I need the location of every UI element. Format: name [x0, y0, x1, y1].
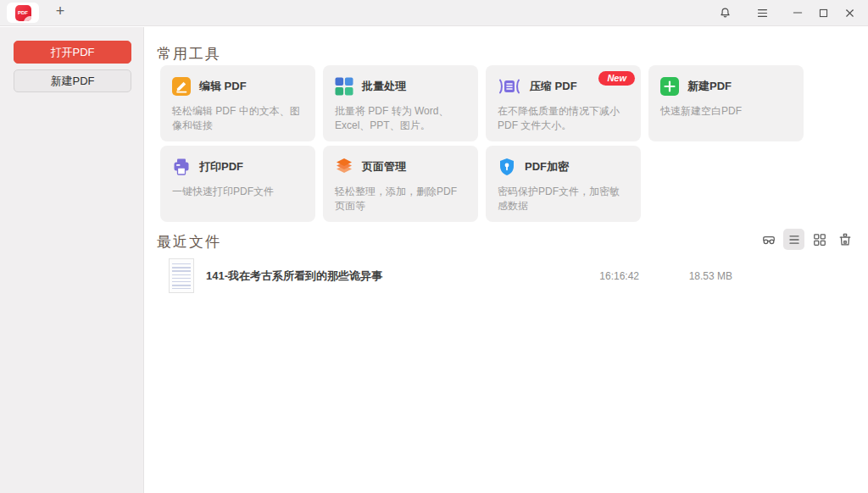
compress-pdf-icon	[498, 77, 521, 96]
file-thumbnail	[169, 258, 194, 293]
new-badge: New	[598, 71, 635, 86]
tool-card-title: 批量处理	[362, 79, 406, 94]
maximize-button[interactable]	[810, 0, 837, 26]
tool-card-pdf-encrypt[interactable]: PDF加密 密码保护PDF文件，加密敏感数据	[486, 146, 641, 222]
tool-card-desc: 轻松编辑 PDF 中的文本、图像和链接	[172, 104, 303, 133]
tool-card-desc: 一键快速打印PDF文件	[172, 185, 303, 199]
tool-card-desc: 快速新建空白PDF	[660, 104, 792, 119]
page-manage-icon	[335, 158, 353, 176]
tool-card-title: 编辑 PDF	[199, 79, 247, 94]
app-logo-icon: PDF	[15, 5, 31, 21]
tool-card-desc: 在不降低质量的情况下减小 PDF 文件大小。	[498, 104, 629, 133]
tool-card-desc: 密码保护PDF文件，加密敏感数据	[498, 185, 629, 213]
tool-card-desc: 批量将 PDF 转为 Word、Excel、PPT、图片。	[335, 104, 466, 133]
file-time: 16:16:42	[546, 270, 639, 282]
tools-grid: 编辑 PDF 轻松编辑 PDF 中的文本、图像和链接 批量处理 批量将 PDF …	[160, 65, 804, 222]
glasses-icon[interactable]	[758, 229, 779, 250]
file-name: 141-我在考古系所看到的那些诡异事	[206, 269, 546, 284]
tool-card-title: 压缩 PDF	[530, 79, 577, 94]
main-content: 常用工具 编辑 PDF 轻松编辑 PDF 中的文本、图像和链接	[145, 27, 868, 493]
new-pdf-icon	[660, 77, 679, 96]
titlebar-controls	[712, 0, 863, 26]
notification-bell-icon[interactable]	[712, 0, 738, 26]
print-pdf-icon	[172, 158, 191, 176]
file-size: 18.53 MB	[639, 270, 732, 282]
new-tab-button[interactable]: +	[51, 3, 70, 22]
pdf-encrypt-icon	[498, 158, 516, 176]
app-tab[interactable]: PDF	[7, 3, 39, 23]
tool-card-compress-pdf[interactable]: 压缩 PDF 在不降低质量的情况下减小 PDF 文件大小。 New	[486, 65, 641, 141]
titlebar: PDF +	[0, 0, 868, 26]
sidebar: 打开PDF 新建PDF	[0, 27, 144, 493]
list-view-icon[interactable]	[783, 229, 804, 250]
recent-file-row[interactable]: 141-我在考古系所看到的那些诡异事 16:16:42 18.53 MB	[169, 257, 732, 295]
tool-card-batch-process[interactable]: 批量处理 批量将 PDF 转为 Word、Excel、PPT、图片。	[323, 65, 478, 141]
tool-card-title: 打印PDF	[199, 159, 243, 174]
pdf-app-window: { "titlebar": { "app_icon_label": "PDF",…	[0, 0, 868, 493]
tool-card-edit-pdf[interactable]: 编辑 PDF 轻松编辑 PDF 中的文本、图像和链接	[160, 65, 315, 141]
batch-process-icon	[335, 77, 353, 96]
new-pdf-button[interactable]: 新建PDF	[14, 69, 131, 92]
tool-card-page-manage[interactable]: 页面管理 轻松整理，添加，删除PDF页面等	[323, 146, 478, 222]
minimize-button[interactable]	[784, 0, 810, 26]
tool-card-print-pdf[interactable]: 打印PDF 一键快速打印PDF文件	[160, 146, 315, 222]
tool-card-desc: 轻松整理，添加，删除PDF页面等	[335, 185, 466, 213]
edit-pdf-icon	[172, 77, 191, 96]
recent-view-toolbar	[758, 229, 855, 250]
close-button[interactable]	[837, 0, 863, 26]
recent-section-title: 最近文件	[157, 232, 221, 252]
menu-icon[interactable]	[749, 0, 776, 26]
tool-card-new-pdf[interactable]: 新建PDF 快速新建空白PDF	[648, 65, 804, 141]
tool-card-title: 页面管理	[362, 159, 406, 174]
clear-recent-icon[interactable]	[834, 229, 855, 250]
tool-card-title: 新建PDF	[687, 79, 732, 94]
open-pdf-button[interactable]: 打开PDF	[14, 41, 131, 64]
tools-section-title: 常用工具	[157, 44, 221, 64]
tool-card-title: PDF加密	[525, 159, 569, 174]
grid-view-icon[interactable]	[809, 229, 830, 250]
